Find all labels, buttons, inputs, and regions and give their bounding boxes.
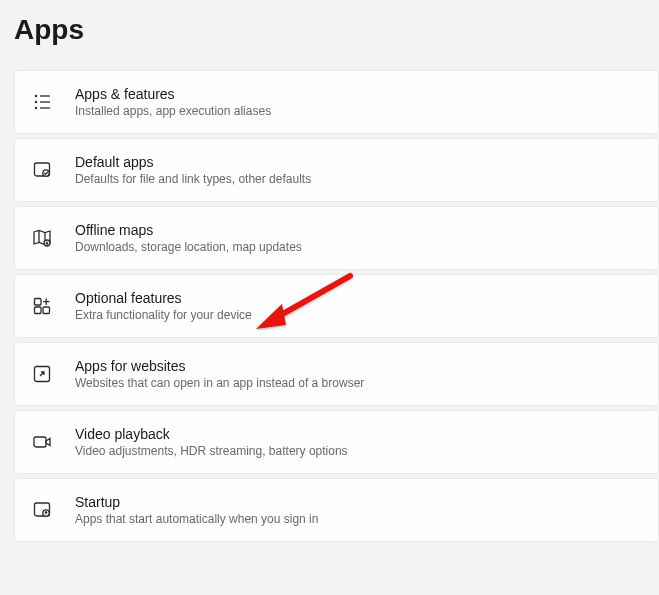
card-desc: Video adjustments, HDR streaming, batter… <box>75 444 348 458</box>
card-title: Optional features <box>75 290 252 306</box>
card-desc: Installed apps, app execution aliases <box>75 104 271 118</box>
apps-for-websites-card[interactable]: Apps for websites Websites that can open… <box>14 342 659 406</box>
default-apps-icon <box>31 159 53 181</box>
startup-card[interactable]: Startup Apps that start automatically wh… <box>14 478 659 542</box>
card-title: Default apps <box>75 154 311 170</box>
svg-rect-12 <box>35 307 42 314</box>
svg-point-4 <box>35 107 37 109</box>
card-desc: Downloads, storage location, map updates <box>75 240 302 254</box>
card-desc: Websites that can open in an app instead… <box>75 376 364 390</box>
optional-features-card[interactable]: Optional features Extra functionality fo… <box>14 274 659 338</box>
video-playback-icon <box>31 431 53 453</box>
settings-card-list: Apps & features Installed apps, app exec… <box>0 70 659 542</box>
card-title: Video playback <box>75 426 348 442</box>
optional-features-icon <box>31 295 53 317</box>
svg-rect-11 <box>35 299 42 306</box>
svg-point-2 <box>35 101 37 103</box>
card-title: Apps & features <box>75 86 271 102</box>
card-title: Apps for websites <box>75 358 364 374</box>
svg-rect-15 <box>34 437 46 447</box>
svg-point-7 <box>43 170 49 176</box>
apps-features-icon <box>31 91 53 113</box>
card-title: Offline maps <box>75 222 302 238</box>
apps-and-features-card[interactable]: Apps & features Installed apps, app exec… <box>14 70 659 134</box>
svg-point-0 <box>35 95 37 97</box>
default-apps-card[interactable]: Default apps Defaults for file and link … <box>14 138 659 202</box>
card-desc: Extra functionality for your device <box>75 308 252 322</box>
page-title: Apps <box>0 0 659 70</box>
startup-icon <box>31 499 53 521</box>
card-title: Startup <box>75 494 318 510</box>
card-desc: Defaults for file and link types, other … <box>75 172 311 186</box>
svg-rect-13 <box>43 307 50 314</box>
card-desc: Apps that start automatically when you s… <box>75 512 318 526</box>
offline-maps-card[interactable]: Offline maps Downloads, storage location… <box>14 206 659 270</box>
apps-for-websites-icon <box>31 363 53 385</box>
offline-maps-icon <box>31 227 53 249</box>
video-playback-card[interactable]: Video playback Video adjustments, HDR st… <box>14 410 659 474</box>
